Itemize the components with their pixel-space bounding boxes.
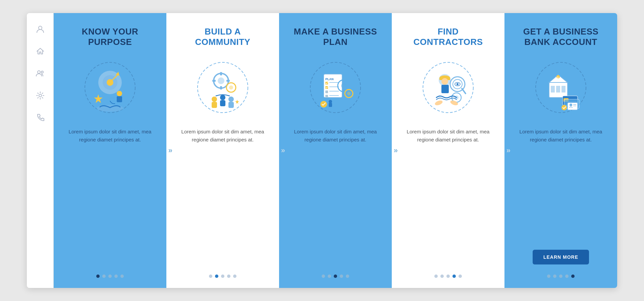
svg-point-86 xyxy=(561,105,567,110)
card-find-contractors: FIND CONTRACTORS xyxy=(392,13,504,288)
svg-rect-19 xyxy=(220,72,222,75)
svg-point-27 xyxy=(220,95,225,100)
card-5-dots xyxy=(547,275,575,278)
svg-point-83 xyxy=(570,104,572,106)
dot-5-1[interactable] xyxy=(547,275,550,278)
app-wrapper: KNOW YOUR PURPOSE xyxy=(27,13,617,288)
phone-icon[interactable] xyxy=(34,112,46,124)
dot-1-2[interactable] xyxy=(102,275,106,278)
svg-point-29 xyxy=(228,97,234,102)
people-icon[interactable] xyxy=(34,67,46,79)
svg-rect-30 xyxy=(228,102,234,108)
card-3-description: Lorem ipsum dolor sit dim amet, mea regi… xyxy=(289,128,382,144)
card-4-title: FIND CONTRACTORS xyxy=(402,26,494,47)
card-5-title: GET A BUSINESS BANK ACCOUNT xyxy=(515,26,607,47)
dot-5-2[interactable] xyxy=(553,275,556,278)
svg-point-53 xyxy=(329,100,332,103)
dot-4-1[interactable] xyxy=(434,275,438,278)
svg-rect-20 xyxy=(220,86,222,89)
dot-2-5[interactable] xyxy=(233,275,236,278)
arrow-2: » xyxy=(281,146,285,155)
card-3-dots xyxy=(322,275,349,278)
dot-2-3[interactable] xyxy=(221,275,224,278)
svg-rect-74 xyxy=(556,86,560,93)
dot-4-5[interactable] xyxy=(459,275,462,278)
svg-marker-10 xyxy=(94,94,103,103)
svg-rect-73 xyxy=(551,86,555,93)
card-build-community: BUILD A COMMUNITY xyxy=(166,13,279,288)
svg-point-2 xyxy=(41,71,43,73)
svg-point-1 xyxy=(38,71,40,73)
svg-rect-52 xyxy=(329,103,332,107)
svg-point-68 xyxy=(434,100,443,106)
dot-5-4[interactable] xyxy=(565,275,569,278)
card-3-icon: PLAN xyxy=(302,54,369,121)
dot-4-2[interactable] xyxy=(440,275,444,278)
svg-point-18 xyxy=(218,77,224,84)
dot-5-3[interactable] xyxy=(559,275,562,278)
card-4-icon xyxy=(415,54,482,121)
dot-3-3[interactable] xyxy=(334,275,337,278)
dot-4-4[interactable] xyxy=(452,275,456,278)
svg-rect-22 xyxy=(226,80,230,82)
card-5-description: Lorem ipsum dolor sit dim amet, mea regi… xyxy=(515,128,607,144)
svg-point-64 xyxy=(457,83,459,85)
svg-rect-60 xyxy=(441,85,449,93)
arrow-3: » xyxy=(394,146,398,155)
svg-line-65 xyxy=(462,88,466,94)
card-1-icon xyxy=(76,54,144,121)
svg-rect-75 xyxy=(561,86,566,93)
svg-point-69 xyxy=(450,100,459,106)
svg-rect-45 xyxy=(325,95,328,98)
home-icon[interactable] xyxy=(34,45,46,57)
arrow-1: » xyxy=(168,146,172,155)
svg-point-59 xyxy=(441,78,448,85)
card-2-description: Lorem ipsum dolor sit dim amet, mea regi… xyxy=(176,128,269,144)
svg-rect-21 xyxy=(212,80,216,82)
dot-3-4[interactable] xyxy=(340,275,343,278)
svg-point-50 xyxy=(347,92,351,95)
settings-icon[interactable] xyxy=(34,89,46,102)
dot-5-5[interactable] xyxy=(571,275,575,278)
svg-rect-28 xyxy=(220,100,225,106)
card-4-description: Lorem ipsum dolor sit dim amet, mea regi… xyxy=(402,128,494,144)
card-1-title: KNOW YOUR PURPOSE xyxy=(64,26,156,47)
learn-more-button[interactable]: LEARN MORE xyxy=(533,250,589,264)
user-icon[interactable] xyxy=(34,23,46,35)
card-1-dots xyxy=(96,275,124,278)
svg-rect-82 xyxy=(568,103,578,110)
sidebar xyxy=(27,13,54,288)
dot-4-3[interactable] xyxy=(446,275,450,278)
dot-2-4[interactable] xyxy=(227,275,230,278)
card-3-title: MAKE A BUSINESS PLAN xyxy=(289,26,382,47)
card-2-title: BUILD A COMMUNITY xyxy=(176,26,269,47)
svg-marker-31 xyxy=(235,100,239,104)
cards-container: KNOW YOUR PURPOSE xyxy=(54,13,617,288)
card-2-icon xyxy=(189,54,256,121)
svg-point-48 xyxy=(341,83,346,88)
dot-1-3[interactable] xyxy=(108,275,112,278)
dot-3-2[interactable] xyxy=(328,275,331,278)
svg-text:$: $ xyxy=(557,76,559,79)
dot-2-2[interactable] xyxy=(215,275,218,278)
svg-point-25 xyxy=(212,97,217,102)
svg-point-13 xyxy=(117,91,122,96)
dot-3-1[interactable] xyxy=(322,275,325,278)
dot-1-5[interactable] xyxy=(120,275,124,278)
dot-3-5[interactable] xyxy=(346,275,349,278)
card-2-dots xyxy=(209,275,236,278)
svg-rect-14 xyxy=(117,96,122,102)
dot-1-4[interactable] xyxy=(114,275,118,278)
svg-point-24 xyxy=(229,85,233,89)
card-5-icon: $ xyxy=(527,54,594,121)
svg-point-0 xyxy=(39,26,42,29)
card-know-your-purpose: KNOW YOUR PURPOSE xyxy=(54,13,166,288)
svg-point-3 xyxy=(39,94,42,97)
card-bank-account: GET A BUSINESS BANK ACCOUNT $ xyxy=(504,13,617,288)
dot-1-1[interactable] xyxy=(96,275,100,278)
svg-rect-26 xyxy=(212,102,217,108)
dot-2-1[interactable] xyxy=(209,275,212,278)
svg-rect-43 xyxy=(325,91,328,93)
arrow-4: » xyxy=(506,146,511,155)
card-1-description: Lorem ipsum dolor sit dim amet, mea regi… xyxy=(64,128,156,144)
